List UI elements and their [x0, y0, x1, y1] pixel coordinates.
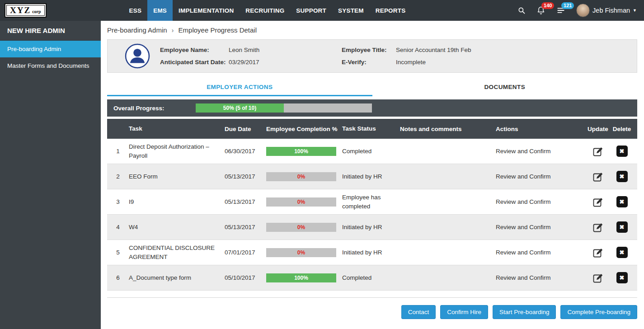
start-preboarding-button[interactable]: Start Pre-boarding: [493, 305, 556, 319]
overall-progress-label: Overall Progress:: [113, 105, 168, 112]
chevron-down-icon: ▼: [633, 8, 637, 13]
user-name: Jeb Fishman: [592, 7, 630, 14]
header-task-status: Task Status: [342, 124, 400, 133]
row-number: 4: [107, 224, 129, 230]
delete-icon[interactable]: ✖: [616, 221, 628, 233]
start-date-label: Anticipated Start Date:: [160, 59, 229, 66]
completion-bar: 0%: [266, 172, 336, 181]
nav-item-ems[interactable]: EMS: [147, 0, 173, 21]
due-date: 07/01/2017: [225, 249, 266, 256]
action-review-confirm[interactable]: Review and Confirm: [496, 148, 585, 155]
header-task: Task: [129, 124, 225, 133]
tasks-table: Task Due Date Employee Completion % Task…: [107, 119, 637, 298]
completion-bar: 0%: [266, 223, 336, 232]
delete-icon[interactable]: ✖: [616, 247, 628, 258]
tab-documents[interactable]: DOCUMENTS: [372, 80, 638, 96]
due-date: 05/13/2017: [225, 224, 266, 230]
action-review-confirm[interactable]: Review and Confirm: [496, 224, 585, 230]
task-status: Completed: [342, 273, 400, 282]
completion-bar: 0%: [266, 197, 336, 207]
sidebar-item-preboarding-admin[interactable]: Pre-boarding Admin: [0, 41, 101, 57]
row-number: 1: [107, 148, 129, 155]
task-name: W4: [129, 223, 225, 232]
delete-icon[interactable]: ✖: [616, 272, 628, 283]
queue-list-icon[interactable]: 121: [556, 6, 565, 15]
edit-icon[interactable]: [592, 272, 604, 284]
company-logo: XYZ corp: [5, 3, 47, 18]
user-avatar: [576, 4, 590, 17]
employee-title-label: Employee Title:: [342, 47, 396, 53]
notifications-bell-icon[interactable]: 140: [536, 6, 545, 15]
confirm-hire-button[interactable]: Confirm Hire: [440, 305, 488, 319]
sidebar-item-master-forms[interactable]: Master Forms and Documents: [0, 57, 101, 74]
table-row: 3 I9 05/13/2017 0% Employee has complete…: [107, 189, 637, 215]
completion-text: 0%: [266, 197, 336, 207]
due-date: 05/10/2017: [225, 274, 266, 281]
footer-action-buttons: Contact Confirm Hire Start Pre-boarding …: [107, 305, 637, 319]
row-number: 3: [107, 198, 129, 205]
nav-item-system[interactable]: SYSTEM: [332, 0, 370, 21]
employee-name-value: Leon Smith: [229, 47, 342, 53]
breadcrumb-parent[interactable]: Pre-boarding Admin: [107, 26, 167, 34]
main-nav: ESS EMS IMPLEMENTATION RECRUITING SUPPOR…: [123, 0, 412, 21]
edit-icon[interactable]: [592, 170, 604, 183]
complete-preboarding-button[interactable]: Complete Pre-boarding: [560, 305, 637, 319]
employee-fields: Employee Name: Leon Smith Employee Title…: [160, 47, 630, 66]
task-name: EEO Form: [129, 172, 225, 181]
table-row: 5 CONFIDENTIAL DISCLOSURE AGREEMENT 07/0…: [107, 240, 637, 265]
action-review-confirm[interactable]: Review and Confirm: [496, 274, 585, 281]
header-completion: Employee Completion %: [266, 126, 342, 132]
header-delete: Delete: [611, 126, 633, 132]
row-number: 2: [107, 173, 129, 180]
task-status: Employee has completed: [342, 193, 400, 211]
completion-text: 0%: [266, 223, 336, 232]
delete-icon[interactable]: ✖: [616, 196, 628, 207]
completion-bar: 100%: [266, 147, 336, 156]
edit-icon[interactable]: [592, 145, 604, 157]
logo-subtext: corp: [32, 9, 41, 14]
start-date-value: 03/29/2017: [229, 59, 342, 66]
table-row: 2 EEO Form 05/13/2017 0% Initiated by HR…: [107, 164, 637, 189]
nav-item-ess[interactable]: ESS: [123, 0, 148, 21]
edit-icon[interactable]: [592, 246, 604, 258]
breadcrumb: Pre-boarding Admin › Employee Progress D…: [107, 26, 637, 34]
user-menu[interactable]: Jeb Fishman ▼: [576, 4, 637, 17]
action-review-confirm[interactable]: Review and Confirm: [496, 173, 585, 180]
task-status: Initiated by HR: [342, 223, 400, 232]
contact-button[interactable]: Contact: [401, 305, 436, 319]
completion-text: 0%: [266, 172, 336, 181]
action-review-confirm[interactable]: Review and Confirm: [496, 198, 585, 205]
employee-avatar-icon: [115, 43, 160, 69]
nav-item-recruiting[interactable]: RECRUITING: [240, 0, 290, 21]
delete-icon[interactable]: ✖: [616, 171, 628, 182]
header-actions: Actions: [496, 126, 585, 132]
nav-item-reports[interactable]: REPORTS: [370, 0, 412, 21]
completion-bar: 100%: [266, 273, 336, 282]
top-navigation-bar: XYZ corp ESS EMS IMPLEMENTATION RECRUITI…: [0, 0, 644, 21]
table-row: 1 Direct Deposit Authorization – Payroll…: [107, 139, 637, 164]
edit-icon[interactable]: [592, 196, 604, 208]
row-number: 6: [107, 274, 129, 281]
table-footer-spacer: [107, 291, 637, 298]
table-row: 4 W4 05/13/2017 0% Initiated by HR Revie…: [107, 215, 637, 240]
table-row: 6 A_Document type form 05/10/2017 100% C…: [107, 265, 637, 291]
queue-count-badge: 121: [561, 2, 574, 9]
tab-employer-actions[interactable]: EMPLOYER ACTIONS: [107, 80, 372, 96]
edit-icon[interactable]: [592, 221, 604, 233]
overall-progress-bar: 50% (5 of 10): [196, 103, 372, 113]
breadcrumb-separator-icon: ›: [172, 26, 174, 34]
nav-item-implementation[interactable]: IMPLEMENTATION: [173, 0, 240, 21]
sidebar-title: NEW HIRE ADMIN: [0, 21, 101, 41]
completion-text: 100%: [266, 147, 336, 156]
task-name: CONFIDENTIAL DISCLOSURE AGREEMENT: [129, 244, 225, 261]
task-name: Direct Deposit Authorization – Payroll: [129, 142, 225, 160]
breadcrumb-current: Employee Progress Detail: [179, 26, 257, 34]
nav-item-support[interactable]: SUPPORT: [290, 0, 332, 21]
delete-icon[interactable]: ✖: [616, 146, 628, 157]
completion-bar: 0%: [266, 248, 336, 257]
search-icon[interactable]: [517, 6, 526, 14]
action-review-confirm[interactable]: Review and Confirm: [496, 249, 585, 256]
sidebar: NEW HIRE ADMIN Pre-boarding Admin Master…: [0, 21, 101, 329]
task-status: Initiated by HR: [342, 248, 400, 257]
everify-value: Incomplete: [396, 59, 630, 66]
